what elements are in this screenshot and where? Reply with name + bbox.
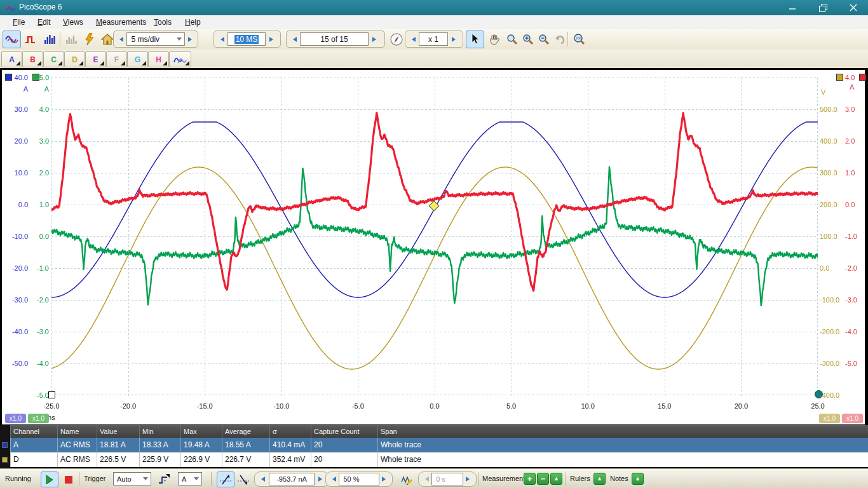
notes-button[interactable]: ▲: [632, 473, 644, 485]
axis-offset-marker[interactable]: [48, 391, 55, 398]
samples-next-button[interactable]: [266, 32, 278, 46]
timebase-prev-button[interactable]: [115, 32, 126, 46]
buffer-next-button[interactable]: [369, 32, 381, 46]
cell: 18.81 A: [97, 438, 139, 452]
menu-item-measurements[interactable]: Measurements: [93, 15, 149, 29]
measurement-row-a[interactable]: AAC RMS18.81 A18.33 A19.48 A18.55 A410.4…: [10, 438, 868, 452]
channel-g-button[interactable]: G: [127, 51, 148, 67]
trigger-level-down-button[interactable]: [257, 472, 269, 486]
column-header-value[interactable]: Value: [97, 425, 139, 438]
start-capture-button[interactable]: [41, 471, 58, 487]
samples-input[interactable]: 10 MS: [227, 32, 266, 46]
close-button[interactable]: [839, 0, 867, 15]
channel-d-axis-marker[interactable]: [836, 74, 843, 81]
column-header-capture-count[interactable]: Capture Count: [311, 425, 377, 438]
stop-capture-button[interactable]: [60, 471, 78, 487]
y-tick-volts-olive: 400.0: [820, 136, 848, 146]
zoom-level[interactable]: x 1: [419, 32, 448, 46]
dropdown-corner-icon: [79, 61, 83, 65]
minimize-icon: [789, 4, 796, 11]
post-trigger-down-button[interactable]: [421, 472, 431, 486]
x-tick: 0.0: [419, 402, 451, 410]
spectrum-view-button[interactable]: [41, 30, 59, 48]
dropdown-corner-icon: [185, 61, 189, 65]
right-arrow-icon: [452, 37, 458, 42]
remove-measurement-button[interactable]: −: [537, 473, 549, 485]
channel-d-button[interactable]: D: [64, 51, 85, 67]
channel-d-scale-badge[interactable]: x1.0: [819, 414, 840, 423]
right-arrow-icon: [466, 477, 472, 482]
trigger-source-select[interactable]: A: [178, 472, 202, 485]
channel-f-button[interactable]: F: [106, 51, 127, 67]
column-header-sigma[interactable]: σ: [269, 425, 311, 438]
cursor-tool-button[interactable]: [466, 30, 484, 48]
edit-measurement-button[interactable]: ▲: [550, 473, 562, 485]
zoom-full-button[interactable]: 100: [570, 30, 588, 48]
zoom-in-icon: [522, 34, 534, 45]
left-arrow-icon: [218, 37, 224, 42]
trigger-level-field[interactable]: -953.7 nA: [269, 473, 315, 485]
triggers-button[interactable]: [80, 30, 98, 48]
persistence-view-button[interactable]: [22, 30, 40, 48]
restore-button[interactable]: [809, 0, 837, 15]
rising-edge-button[interactable]: [217, 471, 234, 487]
measurement-row-d[interactable]: DAC RMS226.5 V225.9 V226.9 V226.7 V352.4…: [10, 452, 868, 467]
math-channels-button[interactable]: [169, 51, 191, 67]
waveform-plot[interactable]: [51, 78, 818, 396]
channel-c-scale-badge[interactable]: x1.0: [28, 414, 49, 423]
column-header-name[interactable]: Name: [57, 425, 97, 438]
column-header-min[interactable]: Min: [139, 425, 180, 438]
y-tick-amps-red: -1.0: [845, 231, 868, 241]
column-header-max[interactable]: Max: [180, 425, 222, 438]
column-header-average[interactable]: Average: [222, 425, 269, 438]
timebase-next-button[interactable]: [185, 32, 196, 46]
menu-item-file[interactable]: File: [10, 15, 27, 29]
timebase-select[interactable]: 5 ms/div: [126, 32, 184, 46]
stop-icon: [65, 476, 72, 484]
left-arrow-icon: [259, 477, 265, 482]
pretrigger-down-button[interactable]: [328, 472, 339, 486]
buffer-position[interactable]: 15 of 15: [300, 32, 369, 46]
samples-prev-button[interactable]: [215, 32, 227, 46]
right-arrow-icon: [372, 37, 379, 42]
rulers-button[interactable]: ▲: [593, 473, 606, 485]
pretrigger-up-button[interactable]: [379, 472, 390, 486]
column-header-span[interactable]: Span: [377, 425, 868, 438]
row-channel-indicator: [2, 442, 8, 448]
hand-tool-button[interactable]: [485, 30, 503, 48]
trigger-mode-select[interactable]: Auto: [113, 472, 151, 485]
channel-b-button[interactable]: B: [22, 51, 43, 67]
buffer-overview-button[interactable]: [387, 30, 405, 48]
zoom-prev-button[interactable]: [407, 32, 419, 46]
x-tick: 20.0: [725, 402, 757, 410]
menu-item-help[interactable]: Help: [182, 15, 203, 29]
column-header-channel[interactable]: Channel: [10, 425, 57, 438]
cell: 18.33 A: [139, 438, 180, 452]
channel-h-button[interactable]: H: [148, 51, 169, 67]
channel-f-label: F: [114, 55, 119, 64]
y-tick-volts-olive: 0.0: [820, 263, 848, 273]
menu-item-edit[interactable]: Edit: [35, 15, 53, 29]
x-tick: 10.0: [572, 402, 604, 410]
scope-view-button[interactable]: [3, 30, 21, 48]
y-tick-amps-blue: 20.0: [1, 136, 28, 146]
channel-e-button[interactable]: E: [85, 51, 106, 67]
post-trigger-up-button[interactable]: [463, 472, 474, 486]
channel-a-scale-badge[interactable]: x1.0: [5, 414, 26, 423]
falling-edge-button[interactable]: [234, 471, 252, 487]
trigger-delay-button[interactable]: [398, 471, 416, 487]
add-measurement-button[interactable]: +: [524, 473, 536, 485]
undo-icon: [554, 34, 566, 44]
menu-item-tools[interactable]: Tools: [151, 15, 174, 29]
minimize-button[interactable]: [778, 0, 806, 15]
zoom-next-button[interactable]: [448, 32, 460, 46]
advanced-trigger-button[interactable]: [155, 471, 173, 487]
channel-b-scale-badge[interactable]: x1.0: [842, 414, 863, 423]
toolbar-separator: [60, 32, 60, 46]
channel-c-button[interactable]: C: [43, 51, 64, 67]
pretrigger-field[interactable]: 50 %: [339, 473, 379, 485]
menu-item-views[interactable]: Views: [60, 15, 86, 29]
channel-a-button[interactable]: A: [1, 51, 22, 67]
y-tick-amps-red: -4.0: [845, 327, 868, 337]
buffer-prev-button[interactable]: [288, 32, 300, 46]
